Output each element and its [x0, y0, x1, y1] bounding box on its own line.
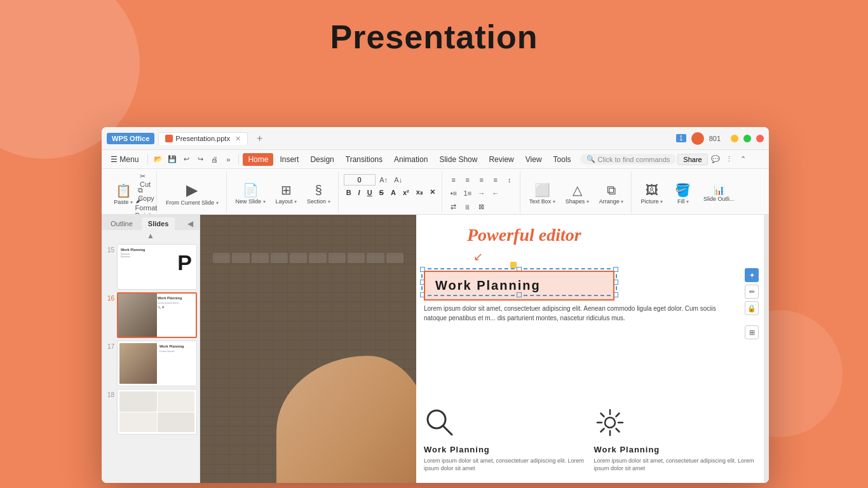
menu-design[interactable]: Design — [305, 153, 339, 166]
cut-copy-row: ✂ Cut — [140, 174, 153, 186]
slide-thumb-16[interactable]: Work Planning Lorem ipsum dolor... 🔍⚙ — [117, 292, 197, 338]
share-button[interactable]: Share — [677, 154, 707, 165]
superscript-button[interactable]: x² — [400, 188, 412, 197]
subscript-button[interactable]: x₂ — [414, 187, 425, 197]
chat-icon[interactable]: 💬 — [709, 154, 722, 165]
maximize-button[interactable] — [743, 135, 751, 142]
indent-button[interactable]: → — [475, 187, 488, 199]
minimize-button[interactable] — [731, 135, 738, 142]
menu-home[interactable]: Home — [243, 153, 273, 166]
align-left-button[interactable]: ≡ — [447, 174, 460, 186]
menu-transitions[interactable]: Transitions — [341, 153, 388, 166]
toolbar-save-icon[interactable]: 💾 — [166, 154, 179, 165]
more-options-icon[interactable]: ⋮ — [723, 154, 736, 165]
thumb18-content — [118, 390, 196, 434]
work-planning-textbox[interactable]: Work Planning — [424, 271, 614, 301]
layout-icon: ⊞ — [281, 182, 292, 198]
strikethrough-button[interactable]: S — [377, 188, 386, 197]
sidebar-tab-slides[interactable]: Slides — [142, 217, 175, 230]
ribbon-slideshow-group: ▶ From Current Slide ▾ — [158, 172, 227, 213]
thumb18-cell1 — [119, 391, 157, 412]
italic-button[interactable]: I — [356, 188, 363, 197]
slide-item-17[interactable]: 17 Work Planning Lorem ipsum... — [104, 341, 197, 386]
slide-item-15[interactable]: 15 Work Planning Experience Experience P — [104, 244, 197, 290]
slideshow-icons: ▶ From Current Slide ▾ — [162, 172, 222, 213]
slide-thumb-18[interactable] — [117, 389, 197, 435]
grid-title-1: Work Planning — [424, 445, 587, 454]
line-spacing-button[interactable]: ↕ — [503, 174, 516, 186]
menu-animation[interactable]: Animation — [389, 153, 433, 166]
toolbar-more-icon[interactable]: » — [222, 154, 234, 165]
font-color-button[interactable]: A — [388, 188, 398, 197]
toolbar-open-icon[interactable]: 📂 — [152, 154, 165, 165]
ribbon-paragraph-group: ≡ ≡ ≡ ≡ ↕ •≡ 1≡ → ← ⇄ ⫼ ⊠ — [444, 172, 520, 213]
bullet-list-button[interactable]: •≡ — [447, 187, 460, 199]
search-icon-large — [424, 407, 587, 442]
slide-item-16[interactable]: 16 Work Planning Lorem ipsum dolor... 🔍⚙ — [104, 292, 197, 338]
cut-button[interactable]: ✂ Cut — [140, 174, 153, 186]
vertical-scrollbar[interactable] — [764, 215, 769, 483]
thumb18-cell4 — [158, 412, 195, 433]
menu-tools[interactable]: Tools — [548, 153, 576, 166]
slide-thumb-17[interactable]: Work Planning Lorem ipsum... — [117, 341, 197, 386]
shapes-label: Shapes ▾ — [566, 198, 589, 205]
close-tab-icon[interactable]: ✕ — [235, 135, 241, 143]
format-painter-row: 🖌 Format Painter — [140, 202, 153, 214]
align-right-button[interactable]: ≡ — [475, 174, 488, 186]
menu-separator-1 — [147, 154, 148, 165]
columns-button[interactable]: ⫼ — [461, 201, 474, 212]
menu-review[interactable]: Review — [484, 153, 519, 166]
text-direction-button[interactable]: ⇄ — [447, 201, 460, 212]
smart-art-button[interactable]: ⊠ — [475, 201, 488, 212]
section-button[interactable]: § Section ▾ — [303, 182, 334, 206]
sidebar-tab-outline[interactable]: Outline — [104, 217, 139, 230]
slide-outline-button[interactable]: 📊 Slide Outli... — [700, 184, 738, 203]
new-slide-label: New Slide ▾ — [236, 198, 266, 205]
shapes-button[interactable]: △ Shapes ▾ — [562, 181, 593, 206]
slide-thumb-15[interactable]: Work Planning Experience Experience P — [117, 244, 197, 290]
format-painter-button[interactable]: 🖌 Format Painter — [140, 202, 153, 214]
from-current-slide-button[interactable]: ▶ From Current Slide ▾ — [162, 180, 222, 207]
underline-button[interactable]: U — [365, 188, 375, 197]
bold-button[interactable]: B — [344, 188, 354, 197]
menu-hamburger[interactable]: ☰ Menu — [105, 153, 144, 166]
collapse-ribbon-icon[interactable]: ⌃ — [737, 154, 750, 165]
slide-num-17: 17 — [104, 343, 114, 350]
sidebar-collapse-button[interactable]: ◀ — [184, 218, 197, 229]
float-icon-1[interactable]: ✦ — [745, 268, 759, 282]
slide-outline-icon: 📊 — [714, 185, 724, 195]
sidebar-scroll-up[interactable]: ▲ — [102, 230, 200, 241]
toolbar-print-icon[interactable]: 🖨 — [208, 154, 220, 165]
align-center-button[interactable]: ≡ — [461, 174, 474, 186]
text-box-button[interactable]: ⬜ Text Box ▾ — [526, 181, 559, 206]
new-slide-button[interactable]: 📄 New Slide ▾ — [232, 181, 269, 206]
clear-format-button[interactable]: ✕ — [427, 187, 438, 197]
menu-view[interactable]: View — [520, 153, 547, 166]
layout-button[interactable]: ⊞ Layout ▾ — [272, 181, 301, 206]
thumb17-title: Work Planning — [159, 344, 193, 348]
menu-insert[interactable]: Insert — [275, 153, 304, 166]
close-button[interactable] — [756, 135, 764, 142]
slide-item-18[interactable]: 18 — [104, 389, 197, 435]
justify-button[interactable]: ≡ — [489, 174, 502, 186]
toolbar-redo-icon[interactable]: ↪ — [194, 154, 207, 165]
picture-icon: 🖼 — [646, 183, 658, 198]
wps-office-button[interactable]: WPS Office — [107, 133, 154, 144]
float-icon-lock[interactable]: 🔒 — [745, 301, 759, 315]
increase-font-button[interactable]: A↑ — [377, 174, 390, 186]
picture-button[interactable]: 🖼 Picture ▾ — [637, 182, 667, 206]
fill-button[interactable]: 🪣 Fill ▾ — [669, 181, 697, 206]
menu-slideshow[interactable]: Slide Show — [434, 153, 482, 166]
numbered-list-button[interactable]: 1≡ — [461, 187, 474, 199]
float-icon-layers[interactable]: ⊞ — [745, 325, 759, 339]
font-size-input[interactable]: 0 — [344, 174, 376, 186]
command-search[interactable]: 🔍 Click to find commands — [580, 154, 677, 165]
float-icon-edit[interactable]: ✏ — [745, 285, 759, 299]
toolbar-undo-icon[interactable]: ↩ — [180, 154, 193, 165]
decrease-font-button[interactable]: A↓ — [392, 174, 405, 186]
arrange-button[interactable]: ⧉ Arrange ▾ — [595, 182, 628, 206]
outdent-button[interactable]: ← — [489, 187, 502, 199]
paste-button[interactable]: 📋 Paste ▾ — [109, 182, 137, 207]
presentation-tab[interactable]: Presentation.pptx ✕ — [158, 132, 248, 145]
add-tab-button[interactable]: + — [252, 132, 268, 146]
